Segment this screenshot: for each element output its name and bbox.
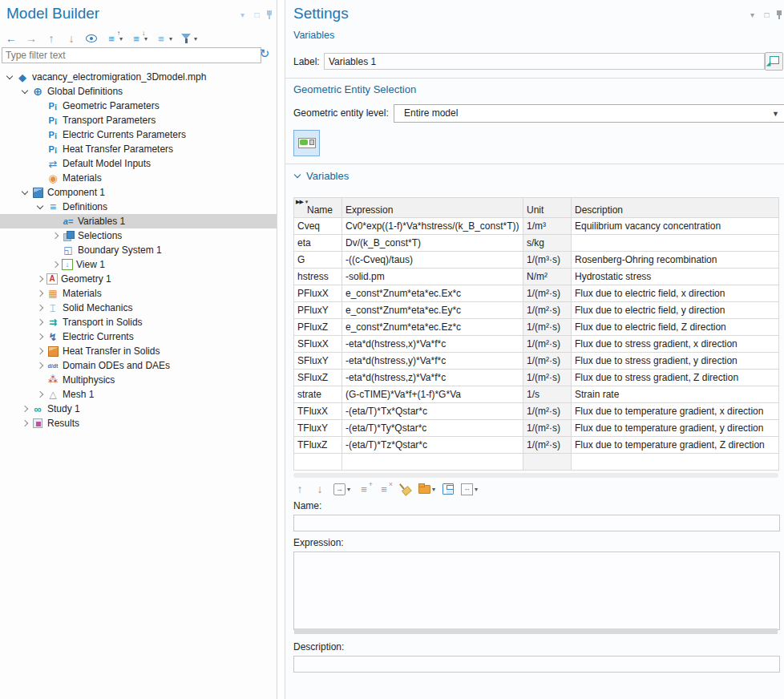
cell-unit[interactable]: 1/(m²·s): [523, 336, 572, 353]
cell-unit[interactable]: 1/(m²·s): [523, 403, 572, 420]
cell-unit[interactable]: 1/(m³·s): [523, 252, 572, 269]
cell-unit[interactable]: [523, 454, 572, 471]
filter-button[interactable]: ▾: [180, 32, 197, 45]
cell-unit[interactable]: 1/(m²·s): [523, 370, 572, 386]
active-selection-toggle-button[interactable]: [293, 130, 320, 156]
chevron-collapsed-icon[interactable]: [20, 418, 30, 429]
tree-filter-input[interactable]: [2, 47, 261, 63]
geometric-entity-selection-header[interactable]: Geometric Entity Selection: [293, 83, 416, 95]
cell-unit[interactable]: s/kg: [523, 235, 572, 252]
tmove-down-button[interactable]: ↓: [313, 483, 326, 495]
cell-description[interactable]: Flux due to electric field, x direction: [572, 285, 779, 302]
chevron-collapsed-icon[interactable]: [35, 274, 46, 285]
tree-item-geometric-parameters[interactable]: P¡Geometric Parameters: [0, 99, 277, 113]
tree-item-variables-1[interactable]: a=Variables 1: [0, 214, 277, 228]
cell-name[interactable]: Cveq: [294, 218, 342, 235]
label-input[interactable]: [324, 53, 765, 70]
cell-description[interactable]: Flux due to temperature gradient, y dire…: [572, 420, 779, 437]
cell-expression[interactable]: -eta*d(hstress,y)*Va*f*c: [342, 353, 523, 370]
load-file-button[interactable]: ▾: [418, 483, 435, 495]
cell-expression[interactable]: e_const*Znum*eta*ec.Ey*c: [342, 302, 523, 319]
move-to-button[interactable]: →▾: [333, 483, 350, 495]
cell-expression[interactable]: -(eta/T)*Tx*Qstar*c: [342, 403, 523, 420]
tmove-up-button[interactable]: ↑: [293, 483, 306, 495]
cell-description[interactable]: Flux due to electric field, Z direction: [572, 319, 779, 336]
tree-item-solid-mechanics[interactable]: ⌶Solid Mechanics: [0, 301, 277, 315]
tree-item-study-1[interactable]: ∞Study 1: [0, 402, 277, 416]
cell-description[interactable]: Flux due to stress gradient, Z direction: [572, 370, 779, 386]
cell-unit[interactable]: 1/(m²·s): [523, 353, 572, 370]
tree-item-selections[interactable]: Selections: [0, 228, 277, 243]
cell-description[interactable]: Flux due to electric field, y direction: [572, 302, 779, 319]
rename-label-button[interactable]: [765, 52, 783, 71]
cell-description[interactable]: Flux due to stress gradient, y direction: [572, 353, 779, 370]
cell-unit[interactable]: 1/(m²·s): [523, 437, 572, 454]
chevron-collapsed-icon[interactable]: [35, 317, 46, 328]
cell-expression[interactable]: -(eta/T)*Ty*Qstar*c: [342, 420, 523, 437]
cell-description[interactable]: [572, 235, 779, 252]
expression-textarea[interactable]: [293, 552, 780, 630]
cell-expression[interactable]: [342, 454, 523, 471]
table-settings-button[interactable]: ↔▾: [461, 483, 478, 495]
dropdown-caret-icon[interactable]: ▾: [475, 486, 478, 493]
dropdown-caret-icon[interactable]: ▾: [194, 35, 197, 42]
move-up-button[interactable]: ↑: [45, 32, 58, 45]
cell-name[interactable]: TFluxX: [294, 403, 342, 420]
tree-item-global-definitions[interactable]: ⊕Global Definitions: [0, 84, 277, 99]
cell-name[interactable]: PFluxX: [294, 285, 342, 302]
tree-item-mesh-1[interactable]: △Mesh 1: [0, 387, 277, 402]
cell-unit[interactable]: N/m²: [523, 269, 572, 285]
tree-item-electric-currents-parameters[interactable]: P¡Electric Currents Parameters: [0, 127, 277, 142]
forward-button[interactable]: →: [25, 32, 38, 45]
geometric-entity-level-select[interactable]: Entire model ▼: [394, 104, 784, 123]
tree-item-multiphysics[interactable]: ⁂Multiphysics: [0, 373, 277, 387]
cell-description[interactable]: [572, 454, 779, 471]
tree-item-results[interactable]: Results: [0, 416, 277, 430]
cell-name[interactable]: eta: [294, 235, 342, 252]
cell-description[interactable]: Flux due to temperature gradient, Z dire…: [572, 437, 779, 454]
save-file-button[interactable]: [443, 483, 454, 495]
chevron-expanded-icon[interactable]: [35, 202, 46, 212]
cell-name[interactable]: SFluxY: [294, 353, 342, 370]
description-input[interactable]: [293, 656, 780, 673]
cell-expression[interactable]: -eta*d(hstress,x)*Va*f*c: [342, 336, 523, 353]
tree-item-domain-odes-and-daes[interactable]: d/dtDomain ODEs and DAEs: [0, 358, 277, 373]
cell-name[interactable]: PFluxY: [294, 302, 342, 319]
delete-row-button[interactable]: ≡: [378, 483, 390, 495]
tree-item-materials[interactable]: ◉Materials: [0, 171, 277, 185]
cell-expression[interactable]: -(eta/T)*Tz*Qstar*c: [342, 437, 523, 454]
column-header-name[interactable]: ▶▶▾Name: [294, 198, 342, 218]
add-row-button[interactable]: ≡: [358, 483, 370, 495]
cell-expression[interactable]: -((c-Cveq)/taus): [342, 252, 523, 269]
chevron-collapsed-icon[interactable]: [35, 303, 46, 313]
cell-expression[interactable]: Dv/(k_B_const*T): [342, 235, 523, 252]
cell-expression[interactable]: e_const*Znum*eta*ec.Ez*c: [342, 319, 523, 336]
chevron-expanded-icon[interactable]: [5, 72, 15, 83]
dropdown-caret-icon[interactable]: ▾: [347, 486, 350, 493]
tree-item-transport-parameters[interactable]: P¡Transport Parameters: [0, 113, 277, 127]
tree-item-geometry-1[interactable]: AGeometry 1: [0, 272, 277, 286]
cell-unit[interactable]: 1/(m²·s): [523, 285, 572, 302]
chevron-collapsed-icon[interactable]: [51, 260, 61, 270]
expression-horizontal-scrollbar[interactable]: [294, 628, 778, 634]
move-down-button[interactable]: ↓: [65, 32, 78, 45]
collapse-all-button[interactable]: ≡▾: [105, 32, 123, 45]
pin-panel-icon[interactable]: [265, 10, 273, 20]
cell-name[interactable]: TFluxY: [294, 420, 342, 437]
node-text-button[interactable]: ≡▾: [155, 32, 172, 45]
tree-item-component-1[interactable]: Component 1: [0, 185, 277, 200]
tree-item-heat-transfer-in-solids[interactable]: Heat Transfer in Solids: [0, 344, 277, 358]
cell-unit[interactable]: 1/(m²·s): [523, 420, 572, 437]
tree-item-heat-transfer-parameters[interactable]: P¡Heat Transfer Parameters: [0, 142, 277, 156]
cell-name[interactable]: strate: [294, 386, 342, 403]
panel-menu-caret-icon[interactable]: ▾: [746, 9, 758, 20]
chevron-collapsed-icon[interactable]: [35, 332, 46, 342]
cell-description[interactable]: Equilibrium vacancy concentration: [572, 218, 779, 235]
dropdown-caret-icon[interactable]: ▾: [432, 486, 435, 493]
cell-description[interactable]: Hydrostatic stress: [572, 269, 779, 285]
cell-name[interactable]: TFluxZ: [294, 437, 342, 454]
expand-all-button[interactable]: ≡▾: [130, 32, 148, 45]
chevron-collapsed-icon[interactable]: [35, 289, 46, 299]
settings-subtitle[interactable]: Variables: [293, 30, 334, 41]
cell-expression[interactable]: -solid.pm: [342, 269, 523, 285]
